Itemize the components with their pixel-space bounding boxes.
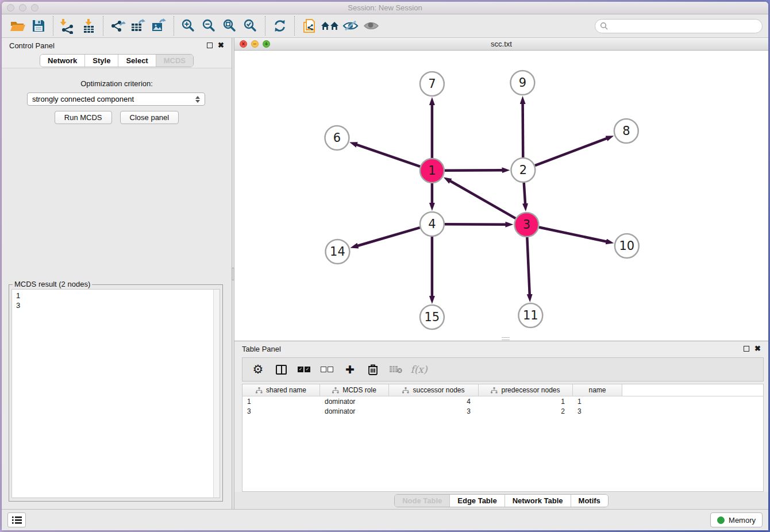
clone-network-icon[interactable] xyxy=(299,17,319,35)
app-title: Session: New Session xyxy=(348,3,422,12)
graph-edge-3-10[interactable] xyxy=(539,228,607,242)
network-maximize-button[interactable]: + xyxy=(263,40,270,48)
table-row[interactable]: 1dominator411 xyxy=(242,396,763,406)
toolbar-separator xyxy=(103,16,103,36)
hide-unselected-icon[interactable] xyxy=(340,17,361,35)
table-cell[interactable]: 1 xyxy=(242,398,320,406)
table-cell[interactable]: 4 xyxy=(389,398,479,406)
graph-edge-4-14[interactable] xyxy=(357,228,420,246)
zoom-in-icon[interactable] xyxy=(178,17,199,35)
graph-node-label: 9 xyxy=(519,76,526,90)
graph-node-label: 11 xyxy=(523,309,538,322)
graph-edge-1-6[interactable] xyxy=(356,144,420,166)
dropdown-selected-value: strongly connected component xyxy=(32,95,134,103)
memory-button[interactable]: Memory xyxy=(710,512,763,527)
app-window: Session: New Session xyxy=(2,2,768,530)
refresh-view-icon[interactable] xyxy=(270,17,290,35)
close-panel-icon[interactable]: ✖ xyxy=(218,43,224,48)
export-network-icon[interactable] xyxy=(107,17,128,35)
split-panel-icon[interactable] xyxy=(272,361,290,378)
table-tab-node-table[interactable]: Node Table xyxy=(395,495,449,507)
optimization-criterion-select[interactable]: strongly connected component xyxy=(27,92,205,106)
show-all-icon[interactable] xyxy=(361,17,382,35)
import-network-icon[interactable] xyxy=(57,17,78,35)
status-bar: Memory xyxy=(2,509,768,530)
graph-edge-2-3[interactable] xyxy=(524,183,525,205)
float-table-panel-icon[interactable] xyxy=(744,346,749,352)
canvas-resize-grip[interactable] xyxy=(502,337,510,340)
desktop-background: Session: New Session xyxy=(0,0,770,532)
delete-column-icon[interactable] xyxy=(364,361,382,378)
home-layout-icon[interactable] xyxy=(319,17,340,35)
network-window-title: scc.txt xyxy=(491,40,512,48)
search-input[interactable] xyxy=(611,22,757,30)
table-cell[interactable]: dominator xyxy=(320,398,389,406)
open-session-icon[interactable] xyxy=(7,17,28,35)
unselect-all-columns-icon[interactable] xyxy=(318,361,336,378)
table-panel-header: Table Panel ✖ xyxy=(234,341,768,356)
table-cell[interactable]: 3 xyxy=(389,407,479,415)
export-table-icon[interactable] xyxy=(128,17,149,35)
zoom-fit-icon[interactable] xyxy=(220,17,240,35)
function-builder-icon[interactable]: f(x) xyxy=(410,361,428,378)
table-cell[interactable]: 3 xyxy=(573,407,622,415)
save-session-icon[interactable] xyxy=(28,17,49,35)
network-canvas[interactable]: 7968124314101511 xyxy=(234,51,768,341)
graph-edge-2-8[interactable] xyxy=(535,138,607,165)
control-panel-title: Control Panel xyxy=(9,41,55,50)
close-window-button[interactable] xyxy=(7,4,14,11)
network-minimize-button[interactable]: − xyxy=(251,40,259,48)
zoom-selected-icon[interactable] xyxy=(240,17,261,35)
network-close-button[interactable]: × xyxy=(240,40,247,48)
table-panel-title: Table Panel xyxy=(242,345,281,353)
graph-edge-2-9[interactable] xyxy=(523,103,523,157)
column-header-mcds-role[interactable]: MCDS role xyxy=(320,384,389,396)
table-cell[interactable]: dominator xyxy=(320,407,389,415)
control-tab-mcds[interactable]: MCDS xyxy=(156,55,193,67)
task-history-button[interactable] xyxy=(7,512,26,527)
mcds-result-list[interactable]: 13 xyxy=(11,289,220,498)
graph-node-label: 14 xyxy=(330,245,345,259)
add-column-icon[interactable]: ✚ xyxy=(341,361,359,378)
export-image-icon[interactable] xyxy=(149,17,170,35)
table-cell[interactable]: 1 xyxy=(479,398,573,406)
run-mcds-button[interactable]: Run MCDS xyxy=(55,111,112,124)
import-table-icon[interactable] xyxy=(78,17,99,35)
table-settings-icon[interactable]: ⚙ xyxy=(249,361,267,378)
column-header-successor-nodes[interactable]: successor nodes xyxy=(389,384,479,396)
graph-edge-3-1[interactable] xyxy=(449,180,515,218)
search-icon xyxy=(600,22,608,30)
control-tab-select[interactable]: Select xyxy=(118,55,155,67)
column-header-name[interactable]: name xyxy=(573,384,622,396)
control-tab-style[interactable]: Style xyxy=(84,55,118,67)
toolbar-separator xyxy=(53,16,53,36)
graph-edge-4-3[interactable] xyxy=(445,224,507,225)
control-tab-network[interactable]: Network xyxy=(40,55,84,67)
network-window-controls: × − + xyxy=(240,40,270,48)
network-graph: 7968124314101511 xyxy=(234,51,768,341)
select-all-columns-icon[interactable]: ✓✓ xyxy=(295,361,313,378)
search-field[interactable] xyxy=(595,19,763,33)
result-scrollbar[interactable] xyxy=(213,290,220,498)
graph-edge-3-11[interactable] xyxy=(527,237,529,295)
table-cell[interactable]: 1 xyxy=(573,398,622,406)
table-tab-motifs[interactable]: Motifs xyxy=(571,495,608,507)
delete-table-icon[interactable] xyxy=(387,361,405,378)
float-panel-icon[interactable] xyxy=(207,43,213,48)
graph-edge-1-2[interactable] xyxy=(445,170,503,171)
zoom-out-icon[interactable] xyxy=(199,17,220,35)
close-table-panel-icon[interactable]: ✖ xyxy=(754,346,761,352)
table-cell[interactable]: 3 xyxy=(242,407,320,415)
column-header-shared-name[interactable]: shared name xyxy=(242,384,320,396)
table-cell[interactable]: 2 xyxy=(479,407,573,415)
table-tab-edge-table[interactable]: Edge Table xyxy=(449,495,504,507)
close-panel-button[interactable]: Close panel xyxy=(120,111,179,124)
minimize-window-button[interactable] xyxy=(19,4,26,11)
column-header-predecessor-nodes[interactable]: predecessor nodes xyxy=(479,384,573,396)
graph-node-label: 1 xyxy=(428,164,436,178)
table-tab-network-table[interactable]: Network Table xyxy=(505,495,571,507)
table-row[interactable]: 3dominator323 xyxy=(242,406,763,416)
mcds-tab-content: Optimization criterion: strongly connect… xyxy=(2,68,232,509)
zoom-window-button[interactable] xyxy=(31,4,38,11)
toolbar-separator xyxy=(174,16,174,36)
